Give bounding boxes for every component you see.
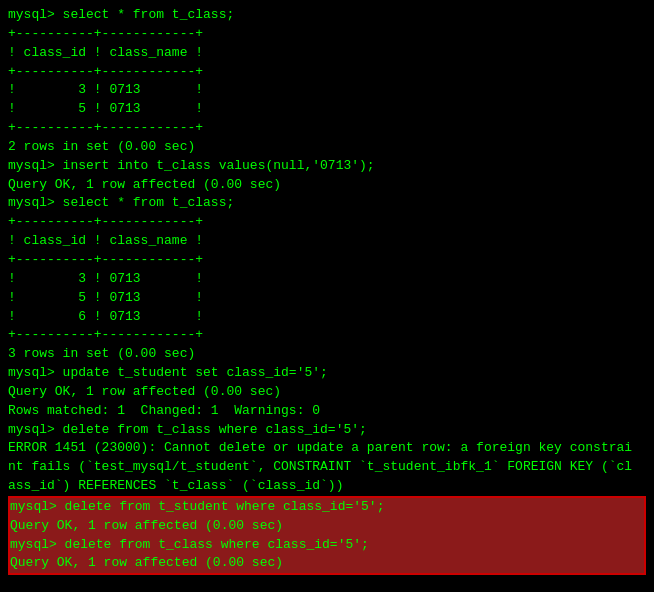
highlight-block: mysql> delete from t_student where class…	[8, 496, 646, 575]
terminal-line: ERROR 1451 (23000): Cannot delete or upd…	[8, 439, 646, 458]
terminal-line: ! 3 ! 0713 !	[8, 270, 646, 289]
terminal-line: mysql> select * from t_class;	[8, 6, 646, 25]
terminal-line: ass_id`) REFERENCES `t_class` (`class_id…	[8, 477, 646, 496]
terminal-line: mysql> insert into t_class values(null,'…	[8, 157, 646, 176]
terminal-line: mysql> delete from t_student where class…	[10, 498, 644, 517]
terminal-line: nt fails (`test_mysql/t_student`, CONSTR…	[8, 458, 646, 477]
terminal-line: ! 6 ! 0713 !	[8, 308, 646, 327]
terminal-line: Query OK, 1 row affected (0.00 sec)	[10, 517, 644, 536]
terminal-line: mysql> select * from t_class;	[8, 194, 646, 213]
terminal-line: ! 5 ! 0713 !	[8, 289, 646, 308]
terminal-line: Query OK, 1 row affected (0.00 sec)	[8, 176, 646, 195]
terminal-line: 3 rows in set (0.00 sec)	[8, 345, 646, 364]
terminal-line: +----------+------------+	[8, 251, 646, 270]
terminal-line: Query OK, 1 row affected (0.00 sec)	[8, 383, 646, 402]
terminal-line: +----------+------------+	[8, 25, 646, 44]
terminal-line: 2 rows in set (0.00 sec)	[8, 138, 646, 157]
terminal-line: Query OK, 1 row affected (0.00 sec)	[10, 554, 644, 573]
terminal-line: ! class_id ! class_name !	[8, 232, 646, 251]
terminal-line: +----------+------------+	[8, 326, 646, 345]
terminal-line: ! class_id ! class_name !	[8, 44, 646, 63]
terminal-line: mysql> delete from t_class where class_i…	[8, 421, 646, 440]
terminal-line: mysql> update t_student set class_id='5'…	[8, 364, 646, 383]
terminal-line: ! 5 ! 0713 !	[8, 100, 646, 119]
terminal-line: +----------+------------+	[8, 119, 646, 138]
terminal-line: ! 3 ! 0713 !	[8, 81, 646, 100]
terminal-window: mysql> select * from t_class;+----------…	[0, 0, 654, 592]
terminal-line: +----------+------------+	[8, 213, 646, 232]
terminal-line: +----------+------------+	[8, 63, 646, 82]
terminal-line: mysql> delete from t_class where class_i…	[10, 536, 644, 555]
terminal-line: Rows matched: 1 Changed: 1 Warnings: 0	[8, 402, 646, 421]
